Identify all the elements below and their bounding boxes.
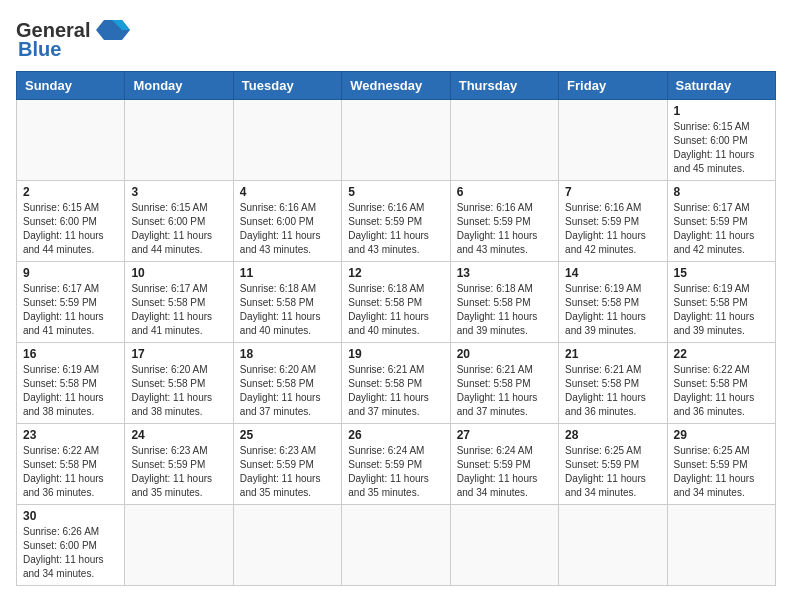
day-header-tuesday: Tuesday bbox=[233, 72, 341, 100]
day-header-saturday: Saturday bbox=[667, 72, 775, 100]
day-info: Sunrise: 6:17 AMSunset: 5:58 PMDaylight:… bbox=[131, 282, 226, 338]
day-info: Sunrise: 6:20 AMSunset: 5:58 PMDaylight:… bbox=[131, 363, 226, 419]
day-cell bbox=[17, 100, 125, 181]
day-number: 21 bbox=[565, 347, 660, 361]
calendar-table: SundayMondayTuesdayWednesdayThursdayFrid… bbox=[16, 71, 776, 586]
day-info: Sunrise: 6:26 AMSunset: 6:00 PMDaylight:… bbox=[23, 525, 118, 581]
header: General Blue bbox=[16, 16, 776, 61]
day-cell: 2Sunrise: 6:15 AMSunset: 6:00 PMDaylight… bbox=[17, 181, 125, 262]
day-info: Sunrise: 6:25 AMSunset: 5:59 PMDaylight:… bbox=[674, 444, 769, 500]
day-cell: 18Sunrise: 6:20 AMSunset: 5:58 PMDayligh… bbox=[233, 343, 341, 424]
week-row-6: 30Sunrise: 6:26 AMSunset: 6:00 PMDayligh… bbox=[17, 505, 776, 586]
day-header-monday: Monday bbox=[125, 72, 233, 100]
day-number: 8 bbox=[674, 185, 769, 199]
day-info: Sunrise: 6:24 AMSunset: 5:59 PMDaylight:… bbox=[348, 444, 443, 500]
day-number: 30 bbox=[23, 509, 118, 523]
day-cell: 27Sunrise: 6:24 AMSunset: 5:59 PMDayligh… bbox=[450, 424, 558, 505]
day-cell bbox=[125, 100, 233, 181]
day-cell: 15Sunrise: 6:19 AMSunset: 5:58 PMDayligh… bbox=[667, 262, 775, 343]
day-info: Sunrise: 6:17 AMSunset: 5:59 PMDaylight:… bbox=[674, 201, 769, 257]
day-cell: 4Sunrise: 6:16 AMSunset: 6:00 PMDaylight… bbox=[233, 181, 341, 262]
day-info: Sunrise: 6:19 AMSunset: 5:58 PMDaylight:… bbox=[23, 363, 118, 419]
day-cell: 11Sunrise: 6:18 AMSunset: 5:58 PMDayligh… bbox=[233, 262, 341, 343]
day-number: 26 bbox=[348, 428, 443, 442]
day-cell: 21Sunrise: 6:21 AMSunset: 5:58 PMDayligh… bbox=[559, 343, 667, 424]
day-cell bbox=[559, 100, 667, 181]
day-number: 24 bbox=[131, 428, 226, 442]
day-cell: 13Sunrise: 6:18 AMSunset: 5:58 PMDayligh… bbox=[450, 262, 558, 343]
day-number: 15 bbox=[674, 266, 769, 280]
day-header-thursday: Thursday bbox=[450, 72, 558, 100]
day-cell bbox=[450, 505, 558, 586]
day-cell: 16Sunrise: 6:19 AMSunset: 5:58 PMDayligh… bbox=[17, 343, 125, 424]
day-info: Sunrise: 6:25 AMSunset: 5:59 PMDaylight:… bbox=[565, 444, 660, 500]
day-number: 7 bbox=[565, 185, 660, 199]
day-cell: 28Sunrise: 6:25 AMSunset: 5:59 PMDayligh… bbox=[559, 424, 667, 505]
day-number: 16 bbox=[23, 347, 118, 361]
day-info: Sunrise: 6:15 AMSunset: 6:00 PMDaylight:… bbox=[23, 201, 118, 257]
day-number: 29 bbox=[674, 428, 769, 442]
day-number: 4 bbox=[240, 185, 335, 199]
day-cell: 9Sunrise: 6:17 AMSunset: 5:59 PMDaylight… bbox=[17, 262, 125, 343]
day-cell bbox=[667, 505, 775, 586]
day-number: 3 bbox=[131, 185, 226, 199]
day-info: Sunrise: 6:18 AMSunset: 5:58 PMDaylight:… bbox=[457, 282, 552, 338]
day-cell bbox=[233, 100, 341, 181]
day-info: Sunrise: 6:22 AMSunset: 5:58 PMDaylight:… bbox=[23, 444, 118, 500]
logo-area: General Blue bbox=[16, 16, 130, 61]
day-cell: 29Sunrise: 6:25 AMSunset: 5:59 PMDayligh… bbox=[667, 424, 775, 505]
day-cell bbox=[233, 505, 341, 586]
day-number: 1 bbox=[674, 104, 769, 118]
day-info: Sunrise: 6:16 AMSunset: 6:00 PMDaylight:… bbox=[240, 201, 335, 257]
day-number: 12 bbox=[348, 266, 443, 280]
day-number: 14 bbox=[565, 266, 660, 280]
day-cell: 14Sunrise: 6:19 AMSunset: 5:58 PMDayligh… bbox=[559, 262, 667, 343]
day-cell: 30Sunrise: 6:26 AMSunset: 6:00 PMDayligh… bbox=[17, 505, 125, 586]
week-row-3: 9Sunrise: 6:17 AMSunset: 5:59 PMDaylight… bbox=[17, 262, 776, 343]
day-info: Sunrise: 6:21 AMSunset: 5:58 PMDaylight:… bbox=[348, 363, 443, 419]
day-info: Sunrise: 6:16 AMSunset: 5:59 PMDaylight:… bbox=[565, 201, 660, 257]
day-info: Sunrise: 6:18 AMSunset: 5:58 PMDaylight:… bbox=[240, 282, 335, 338]
day-cell: 19Sunrise: 6:21 AMSunset: 5:58 PMDayligh… bbox=[342, 343, 450, 424]
day-cell: 20Sunrise: 6:21 AMSunset: 5:58 PMDayligh… bbox=[450, 343, 558, 424]
day-cell: 25Sunrise: 6:23 AMSunset: 5:59 PMDayligh… bbox=[233, 424, 341, 505]
day-info: Sunrise: 6:23 AMSunset: 5:59 PMDaylight:… bbox=[131, 444, 226, 500]
day-cell: 6Sunrise: 6:16 AMSunset: 5:59 PMDaylight… bbox=[450, 181, 558, 262]
day-header-sunday: Sunday bbox=[17, 72, 125, 100]
day-number: 10 bbox=[131, 266, 226, 280]
week-row-2: 2Sunrise: 6:15 AMSunset: 6:00 PMDaylight… bbox=[17, 181, 776, 262]
day-number: 20 bbox=[457, 347, 552, 361]
day-cell: 22Sunrise: 6:22 AMSunset: 5:58 PMDayligh… bbox=[667, 343, 775, 424]
day-info: Sunrise: 6:16 AMSunset: 5:59 PMDaylight:… bbox=[457, 201, 552, 257]
week-row-5: 23Sunrise: 6:22 AMSunset: 5:58 PMDayligh… bbox=[17, 424, 776, 505]
day-cell: 10Sunrise: 6:17 AMSunset: 5:58 PMDayligh… bbox=[125, 262, 233, 343]
day-cell bbox=[342, 100, 450, 181]
day-info: Sunrise: 6:19 AMSunset: 5:58 PMDaylight:… bbox=[674, 282, 769, 338]
day-number: 23 bbox=[23, 428, 118, 442]
day-header-wednesday: Wednesday bbox=[342, 72, 450, 100]
day-header-friday: Friday bbox=[559, 72, 667, 100]
day-info: Sunrise: 6:23 AMSunset: 5:59 PMDaylight:… bbox=[240, 444, 335, 500]
day-cell: 7Sunrise: 6:16 AMSunset: 5:59 PMDaylight… bbox=[559, 181, 667, 262]
day-cell: 26Sunrise: 6:24 AMSunset: 5:59 PMDayligh… bbox=[342, 424, 450, 505]
day-number: 13 bbox=[457, 266, 552, 280]
day-cell: 3Sunrise: 6:15 AMSunset: 6:00 PMDaylight… bbox=[125, 181, 233, 262]
day-number: 22 bbox=[674, 347, 769, 361]
day-info: Sunrise: 6:22 AMSunset: 5:58 PMDaylight:… bbox=[674, 363, 769, 419]
day-number: 5 bbox=[348, 185, 443, 199]
week-row-1: 1Sunrise: 6:15 AMSunset: 6:00 PMDaylight… bbox=[17, 100, 776, 181]
day-cell bbox=[450, 100, 558, 181]
day-info: Sunrise: 6:17 AMSunset: 5:59 PMDaylight:… bbox=[23, 282, 118, 338]
day-number: 27 bbox=[457, 428, 552, 442]
week-row-4: 16Sunrise: 6:19 AMSunset: 5:58 PMDayligh… bbox=[17, 343, 776, 424]
day-cell bbox=[559, 505, 667, 586]
day-number: 18 bbox=[240, 347, 335, 361]
day-cell: 24Sunrise: 6:23 AMSunset: 5:59 PMDayligh… bbox=[125, 424, 233, 505]
day-cell: 8Sunrise: 6:17 AMSunset: 5:59 PMDaylight… bbox=[667, 181, 775, 262]
day-info: Sunrise: 6:20 AMSunset: 5:58 PMDaylight:… bbox=[240, 363, 335, 419]
day-number: 17 bbox=[131, 347, 226, 361]
days-header-row: SundayMondayTuesdayWednesdayThursdayFrid… bbox=[17, 72, 776, 100]
day-info: Sunrise: 6:18 AMSunset: 5:58 PMDaylight:… bbox=[348, 282, 443, 338]
logo-icon bbox=[94, 16, 130, 44]
day-number: 11 bbox=[240, 266, 335, 280]
